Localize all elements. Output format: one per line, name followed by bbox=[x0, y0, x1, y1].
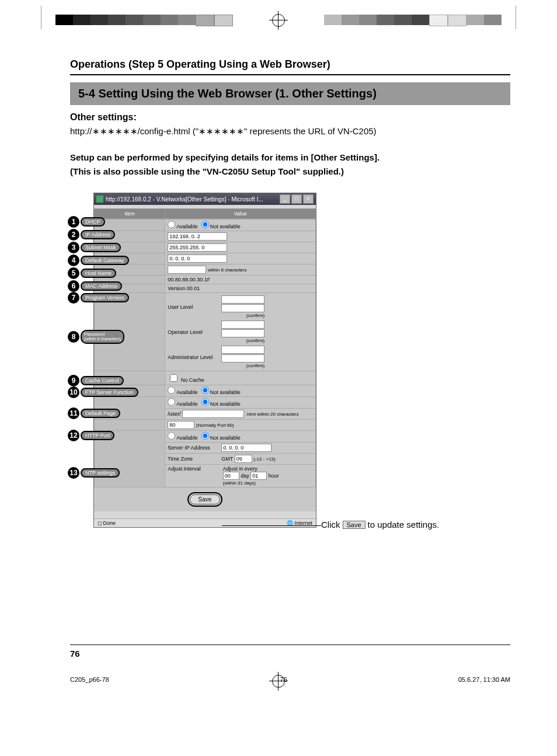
ftp-notavailable-radio[interactable] bbox=[201, 386, 209, 394]
subnet-mask-input[interactable] bbox=[168, 243, 227, 252]
admin-password-input[interactable] bbox=[221, 346, 264, 354]
close-button[interactable]: × bbox=[303, 194, 314, 204]
ntp-hour-input[interactable] bbox=[250, 472, 267, 480]
save-button-highlight: Save bbox=[187, 492, 223, 507]
callout-4: 4 bbox=[68, 255, 79, 266]
user-password-confirm-input[interactable] bbox=[221, 304, 264, 312]
ftp-available-radio[interactable] bbox=[168, 386, 175, 394]
ntp-available-radio[interactable] bbox=[168, 432, 175, 440]
registration-mark-bottom-icon bbox=[272, 675, 285, 688]
browser-window: http://192.168.0.2 - V.Networks[Other Se… bbox=[93, 193, 316, 528]
operator-password-input[interactable] bbox=[221, 320, 264, 329]
callout-7: 7 bbox=[68, 292, 79, 304]
admin-password-confirm-input[interactable] bbox=[221, 354, 264, 363]
setup-description: Setup can be performed by specifying det… bbox=[70, 151, 510, 179]
ntp-server-input[interactable] bbox=[221, 444, 271, 452]
minimize-button[interactable]: _ bbox=[280, 194, 290, 204]
col-item: Item bbox=[95, 209, 165, 219]
callout-13: 13 bbox=[68, 467, 79, 479]
save-button[interactable]: Save bbox=[190, 494, 221, 504]
callout-3: 3 bbox=[68, 242, 79, 253]
host-name-input[interactable] bbox=[168, 266, 206, 274]
user-password-input[interactable] bbox=[221, 295, 264, 304]
program-version-value: Version 00.01 bbox=[165, 284, 316, 293]
callout-10: 10 bbox=[68, 386, 79, 398]
ie-icon bbox=[96, 196, 103, 203]
default-page-input[interactable] bbox=[182, 410, 244, 418]
callout-12: 12 bbox=[68, 430, 79, 441]
default-gateway-input[interactable] bbox=[168, 255, 227, 263]
row-httpport-label bbox=[95, 420, 165, 431]
dhcp-available-radio[interactable] bbox=[168, 221, 175, 228]
registration-mark-icon bbox=[272, 14, 285, 27]
page-header: Operations (Step 5 Operating Using a Web… bbox=[70, 58, 510, 75]
ntp-timezone-input[interactable] bbox=[235, 455, 252, 463]
callout-8: 8 bbox=[68, 331, 79, 343]
callout-6: 6 bbox=[68, 280, 79, 292]
click-save-note: Click Save to update settings. bbox=[321, 520, 439, 529]
no-cache-checkbox[interactable] bbox=[170, 374, 177, 382]
page-number: 76 bbox=[70, 644, 510, 659]
other-settings-heading: Other settings: bbox=[70, 112, 510, 123]
operator-password-confirm-input[interactable] bbox=[221, 329, 264, 337]
http-port-input[interactable] bbox=[168, 421, 194, 429]
window-titlebar: http://192.168.0.2 - V.Networks[Other Se… bbox=[94, 193, 316, 205]
mac-address-value: 00.80.88.00.30.1F bbox=[165, 276, 316, 284]
print-marks bbox=[0, 0, 557, 35]
maximize-button[interactable]: □ bbox=[291, 194, 302, 204]
ntp-notavailable-radio[interactable] bbox=[201, 432, 209, 440]
ip-address-input[interactable] bbox=[168, 232, 227, 241]
done-icon: ◻ bbox=[98, 520, 102, 526]
save-button-inline: Save bbox=[343, 521, 365, 529]
window-title: http://192.168.0.2 - V.Networks[Other Se… bbox=[106, 196, 280, 203]
dhcp-notavailable-radio[interactable] bbox=[201, 221, 209, 228]
col-value: Value bbox=[165, 209, 316, 219]
callout-1: 1 bbox=[68, 216, 79, 228]
ntp-day-input[interactable] bbox=[223, 472, 239, 480]
callout-5: 5 bbox=[68, 267, 79, 279]
defaultpage-available-radio[interactable] bbox=[168, 398, 175, 406]
callout-2: 2 bbox=[68, 229, 79, 241]
settings-table: Item Value DHCP Available Not available bbox=[94, 208, 316, 487]
defaultpage-notavailable-radio[interactable] bbox=[201, 398, 209, 406]
callout-11: 11 bbox=[68, 407, 79, 419]
callout-9: 9 bbox=[68, 375, 79, 386]
row-dhcp-value: Available Not available bbox=[165, 220, 316, 231]
url-line: http://∗∗∗∗∗∗/config-e.html ("∗∗∗∗∗∗" re… bbox=[70, 126, 510, 137]
section-title: 5-4 Setting Using the Web Browser (1. Ot… bbox=[70, 82, 510, 105]
